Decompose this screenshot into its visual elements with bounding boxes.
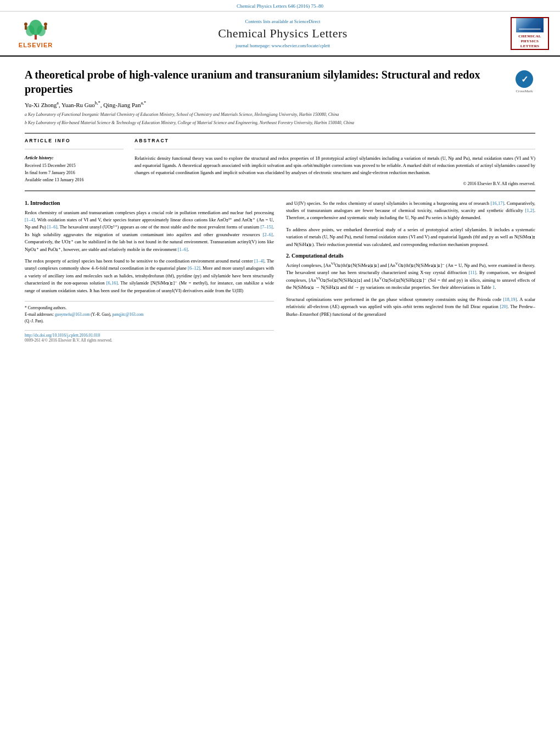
divider-main (25, 133, 535, 133)
info-abstract-section: ARTICLE INFO Article history: Received 1… (25, 138, 535, 186)
author3-name: Qing-Jiang Pan (103, 102, 141, 108)
section1-para2: The redox property of actinyl species ha… (25, 258, 274, 294)
affiliation-a: a Key Laboratory of Functional Inorganic… (25, 111, 535, 118)
abstract-text: Relativistic density functional theory w… (135, 155, 535, 177)
svg-rect-5 (25, 26, 27, 30)
svg-point-2 (26, 25, 35, 36)
section1-right-para1: and U(IV) species. So the redox chemistr… (286, 200, 535, 222)
footer-bar: http://dx.doi.org/10.1016/j.cplett.2016.… (25, 330, 274, 343)
authors-line: Yu-Xi Zhonga, Yuan-Ru Guob,*, Qing-Jiang… (25, 102, 535, 108)
journal-center-info: Contents lists available at ScienceDirec… (60, 19, 505, 48)
journal-header: ELSEVIER Contents lists available at Sci… (0, 12, 560, 57)
article-history-label: Article history: (25, 155, 124, 160)
body-right-col: and U(IV) species. So the redox chemistr… (286, 200, 535, 343)
body-content: 1. Introduction Redox chemistry of urani… (25, 200, 535, 343)
homepage-line: journal homepage: www.elsevier.com/locat… (60, 43, 505, 48)
ref6-16[interactable]: [6,16] (107, 280, 118, 286)
divider-abstract (135, 149, 535, 149)
journal-abbr-text: CHEMICALPHYSICSLETTERS (518, 34, 541, 49)
footnote-qj: (Q.-J. Pan). (25, 318, 274, 325)
section2-title: 2. Computational details (286, 253, 535, 259)
ref20[interactable]: [20] (500, 304, 507, 309)
ref16-17[interactable]: [16,17] (491, 200, 505, 206)
ref1-6[interactable]: [1–6] (47, 224, 57, 230)
ref1-6b[interactable]: [1–6] (178, 247, 188, 252)
table1-ref[interactable]: 1 (492, 284, 495, 290)
crossmark-icon: ✓ (516, 70, 533, 88)
ref1-4[interactable]: [1–4] (25, 217, 35, 222)
section2-para1: Actinyl complexes, [AnVIO₂(thf)₂(N(SiMe₃… (286, 262, 535, 292)
author2-affil: b,* (95, 101, 100, 105)
ref7-15[interactable]: [7–15] (260, 224, 273, 230)
author2-name: Yuan-Ru Guo (61, 102, 95, 108)
email1-name: (Y.-R. Guo), (91, 312, 111, 317)
section1-para1: Redox chemistry of uranium and transuran… (25, 209, 274, 254)
sciencedirect-link[interactable]: ScienceDirect (294, 19, 321, 24)
footer-issn: 0009-261 4/© 2016 Elsevier B.V. All righ… (25, 338, 274, 343)
article-title: A theoretical probe of high-valence uran… (25, 68, 513, 96)
affiliation-b: b Key Laboratory of Bio-based Material S… (25, 120, 535, 126)
section1-title: 1. Introduction (25, 200, 274, 206)
author1-affil: a (57, 101, 59, 105)
author3-affil: a,* (141, 101, 146, 105)
svg-point-3 (37, 25, 46, 36)
elsevier-name: ELSEVIER (19, 42, 53, 48)
received-date: Received 15 December 2015 (25, 163, 124, 170)
footer-doi[interactable]: http://dx.doi.org/10.1016/j.cplett.2016.… (25, 333, 274, 338)
abstract-col: ABSTRACT Relativistic density functional… (135, 138, 535, 186)
svg-point-6 (44, 23, 47, 26)
ref2-6[interactable]: [2–6] (262, 232, 272, 237)
final-form-date: In final form 7 January 2016 (25, 170, 124, 177)
section2-para2: Structural optimizations were performed … (286, 296, 535, 318)
body-two-col: 1. Introduction Redox chemistry of urani… (25, 200, 535, 343)
ref6-12[interactable]: [6–12] (188, 265, 200, 271)
elsevier-logo: ELSEVIER (11, 19, 60, 49)
journal-reference: Chemical Physics Letters 646 (2016) 75–8… (0, 0, 560, 12)
copyright-line: © 2016 Elsevier B.V. All rights reserved… (135, 181, 535, 186)
ref11[interactable]: [11] (469, 270, 477, 275)
ref1-4b[interactable]: [1–4] (254, 258, 264, 264)
article-title-section: A theoretical probe of high-valence uran… (25, 68, 535, 96)
elsevier-tree-svg (19, 19, 52, 41)
divider-body (25, 191, 535, 191)
crossmark-label: CrossMark (516, 89, 533, 93)
section1-right-para2: To address above points, we embarked the… (286, 226, 535, 248)
abstract-header: ABSTRACT (135, 138, 535, 143)
author1-name: Yu-Xi Zhong (25, 102, 57, 108)
journal-logo: CHEMICALPHYSICSLETTERS (505, 17, 549, 50)
article-info-header: ARTICLE INFO (25, 138, 124, 143)
body-left-col: 1. Introduction Redox chemistry of urani… (25, 200, 274, 343)
contents-available-line: Contents lists available at ScienceDirec… (60, 19, 505, 24)
footnote-section: * Corresponding authors. E-mail addresse… (25, 301, 274, 325)
journal-title: Chemical Physics Letters (60, 26, 505, 41)
divider-info (25, 149, 124, 149)
ref18-19[interactable]: [18,19] (503, 297, 517, 302)
page: Chemical Physics Letters 646 (2016) 75–8… (0, 0, 560, 742)
main-content: A theoretical probe of high-valence uran… (0, 57, 560, 354)
affiliations: a Key Laboratory of Functional Inorganic… (25, 111, 535, 126)
email2-link[interactable]: panqjitc@163.com (112, 312, 143, 317)
homepage-url[interactable]: www.elsevier.com/locate/cplett (272, 43, 331, 48)
cpl-image (516, 18, 544, 32)
journal-logo-box: CHEMICALPHYSICSLETTERS (511, 17, 549, 50)
footnote-star: * Corresponding authors. (25, 305, 274, 311)
article-info-col: ARTICLE INFO Article history: Received 1… (25, 138, 124, 186)
footnote-email-line: E-mail addresses: guoymefu@163.com (Y.-R… (25, 311, 274, 318)
email1-link[interactable]: guoymefu@163.com (55, 312, 89, 317)
crossmark-badge[interactable]: ✓ CrossMark (513, 70, 535, 93)
journal-ref-text: Chemical Physics Letters 646 (2016) 75–8… (237, 3, 323, 9)
ref1-2[interactable]: [1,2] (525, 208, 534, 213)
svg-point-4 (24, 23, 27, 26)
available-online-date: Available online 13 January 2016 (25, 177, 124, 184)
svg-rect-7 (44, 26, 47, 30)
